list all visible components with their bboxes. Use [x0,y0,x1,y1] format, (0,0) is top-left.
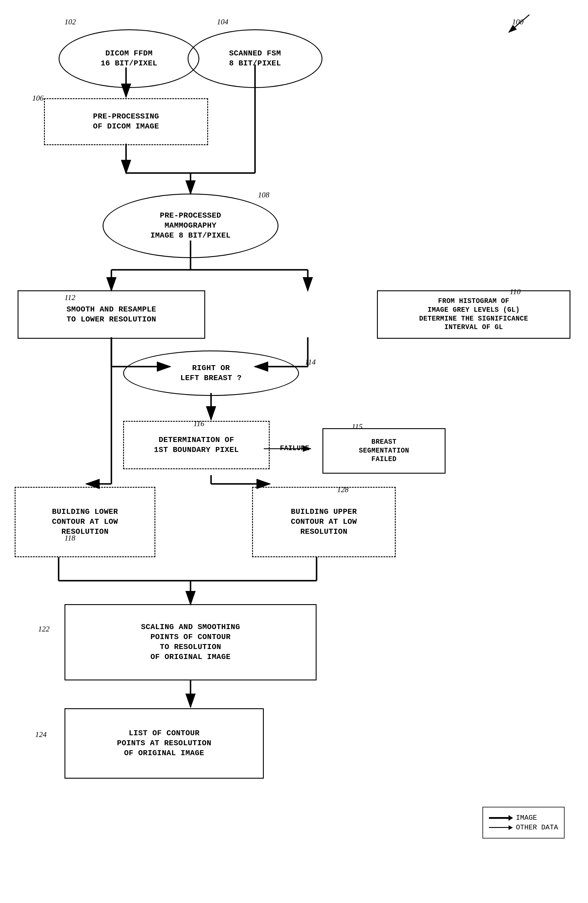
scaling-node: SCALING AND SMOOTHINGPOINTS OF CONTOURTO… [64,604,317,680]
image-arrow-icon [489,817,513,819]
lower-contour-node: BUILDING LOWERCONTOUR AT LOWRESOLUTION [15,487,155,557]
ref-108: 108 [258,190,270,200]
legend: IMAGE OTHER DATA [483,807,564,838]
failure-label: FAILURE [273,440,317,458]
list-node: LIST OF CONTOURPOINTS AT RESOLUTIONOF OR… [64,708,264,779]
ref-124: 124 [35,730,47,739]
rightleft-node: RIGHT ORLEFT BREAST ? [123,351,299,396]
other-arrow-icon [489,827,513,828]
smooth-node: SMOOTH AND RESAMPLETO LOWER RESOLUTION [17,290,205,339]
preprocessing-node: PRE-PROCESSINGOF DICOM IMAGE [44,98,208,145]
legend-other: OTHER DATA [489,824,558,831]
determination-node: DETERMINATION OF1ST BOUNDARY PIXEL [123,421,270,469]
ref-122: 122 [38,625,50,634]
upper-contour-node: BUILDING UPPERCONTOUR AT LOWRESOLUTION [252,487,396,557]
diagram: 100 102 104 DICOM FFDM16 BIT/PIXEL SCANN… [0,0,588,903]
ref-114: 114 [305,358,316,367]
preprocessed-node: PRE-PROCESSEDMAMMOGRAPHYIMAGE 8 BIT/PIXE… [103,194,279,258]
ref-100-arrow [500,12,535,35]
histogram-node: FROM HISTOGRAM OFIMAGE GREY LEVELS (GL)D… [377,290,571,339]
svg-line-28 [509,15,529,32]
dicom-node: DICOM FFDM16 BIT/PIXEL [59,29,199,88]
ref-104: 104 [217,17,228,27]
ref-102: 102 [64,17,76,27]
breast-failed-node: BREASTSEGMENTATIONFAILED [322,428,445,474]
legend-image: IMAGE [489,814,558,822]
ref-106: 106 [32,94,44,103]
scanned-node: SCANNED FSM8 BIT/PIXEL [188,29,322,88]
